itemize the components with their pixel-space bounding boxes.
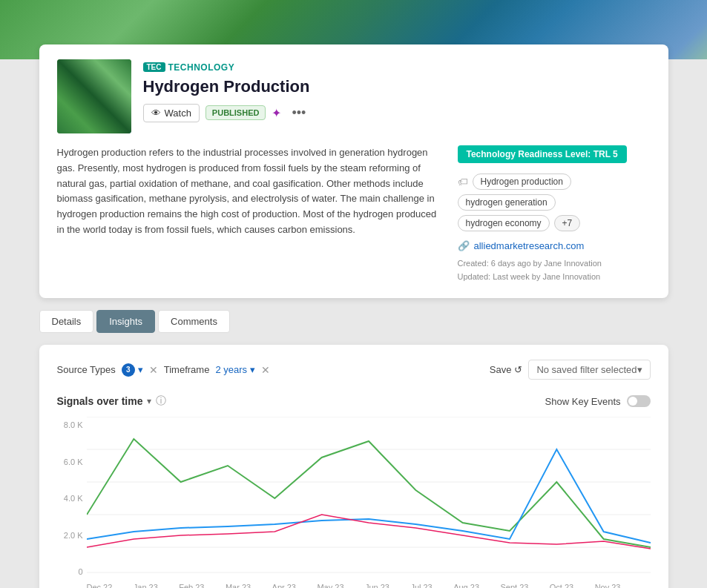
x-label-mar23: Mar 23 bbox=[226, 583, 251, 588]
clear-source-icon[interactable]: ✕ bbox=[149, 364, 158, 376]
x-label-sept23: Sept 23 bbox=[500, 583, 528, 588]
timeframe-value[interactable]: 2 years ▾ bbox=[215, 364, 254, 375]
tab-comments[interactable]: Comments bbox=[158, 310, 230, 333]
created-meta: Created: 6 days ago by Jane Innovation bbox=[458, 257, 651, 271]
saved-filter-dropdown[interactable]: No saved filter selected ▾ bbox=[528, 360, 650, 380]
x-label-jan23: Jan 23 bbox=[134, 583, 158, 588]
x-label-apr23: Apr 23 bbox=[272, 583, 296, 588]
watch-button[interactable]: 👁 Watch bbox=[143, 104, 200, 122]
chart-info-icon[interactable]: ⓘ bbox=[156, 394, 166, 408]
published-badge: PUBLISHED bbox=[205, 105, 266, 120]
signals-chart bbox=[87, 417, 651, 580]
timeframe-label: Timeframe bbox=[164, 364, 210, 375]
trl-badge: Technology Readiness Level: TRL 5 bbox=[458, 145, 627, 163]
show-key-events-label: Show Key Events bbox=[545, 396, 621, 407]
news-line bbox=[87, 439, 651, 547]
more-options-button[interactable]: ••• bbox=[287, 104, 310, 122]
chevron-down-icon-2: ▾ bbox=[250, 364, 255, 375]
x-label-oct23: Oct 23 bbox=[550, 583, 573, 588]
tag-more[interactable]: +7 bbox=[554, 215, 581, 231]
tec-badge: TEC bbox=[143, 62, 165, 72]
x-label-jul23: Jul 23 bbox=[410, 583, 432, 588]
insights-panel: Source Types 3 ▾ ✕ Timeframe 2 years ▾ ✕… bbox=[39, 345, 668, 588]
tab-details[interactable]: Details bbox=[39, 310, 94, 333]
x-label-jun23: Jun 23 bbox=[365, 583, 389, 588]
y-label-2k: 2.0 K bbox=[57, 531, 83, 540]
tag-hydrogen-production[interactable]: Hydrogen production bbox=[473, 174, 571, 190]
x-label-may23: May 23 bbox=[317, 583, 343, 588]
y-label-6k: 6.0 K bbox=[57, 457, 83, 466]
key-events-toggle[interactable] bbox=[627, 395, 651, 407]
main-card: TEC TECHNOLOGY Hydrogen Production 👁 Wat… bbox=[39, 44, 668, 298]
y-label-8k: 8.0 K bbox=[57, 420, 83, 429]
thumbnail bbox=[57, 59, 131, 133]
page-title: Hydrogen Production bbox=[143, 77, 651, 96]
y-label-4k: 4.0 K bbox=[57, 494, 83, 503]
clear-timeframe-icon[interactable]: ✕ bbox=[261, 364, 270, 376]
category-label: TECHNOLOGY bbox=[168, 62, 235, 73]
tag-hydrogen-generation[interactable]: hydrogen generation bbox=[458, 194, 556, 211]
updated-meta: Updated: Last week by Jane Innovation bbox=[458, 271, 651, 284]
source-types-chip[interactable]: 3 ▾ bbox=[122, 363, 143, 377]
x-label-aug23: Aug 23 bbox=[453, 583, 479, 588]
chevron-down-icon: ▾ bbox=[138, 364, 143, 375]
x-label-dec22: Dec 22 bbox=[87, 583, 113, 588]
description: Hydrogen production refers to the indust… bbox=[57, 145, 440, 283]
chart-title: Signals over time bbox=[57, 395, 143, 407]
y-label-0: 0 bbox=[57, 567, 83, 576]
x-label-feb23: Feb 23 bbox=[179, 583, 204, 588]
tag-icon: 🏷 bbox=[458, 176, 468, 188]
chart-dropdown-icon[interactable]: ▾ bbox=[147, 396, 151, 406]
x-label-nov23: Nov 23 bbox=[595, 583, 621, 588]
network-icon[interactable]: ✦ bbox=[272, 106, 281, 120]
patent-line bbox=[87, 449, 651, 543]
tag-hydrogen-economy[interactable]: hydrogen economy bbox=[458, 215, 550, 231]
refresh-icon: ↺ bbox=[514, 364, 522, 375]
source-types-label: Source Types bbox=[57, 364, 116, 375]
chevron-down-icon-3: ▾ bbox=[637, 364, 642, 375]
save-filter-button[interactable]: Save ↺ bbox=[490, 364, 523, 375]
external-link[interactable]: alliedmarketresearch.com bbox=[474, 240, 585, 251]
eye-icon: 👁 bbox=[151, 108, 161, 119]
tab-insights[interactable]: Insights bbox=[96, 310, 155, 333]
link-icon: 🔗 bbox=[458, 240, 470, 251]
